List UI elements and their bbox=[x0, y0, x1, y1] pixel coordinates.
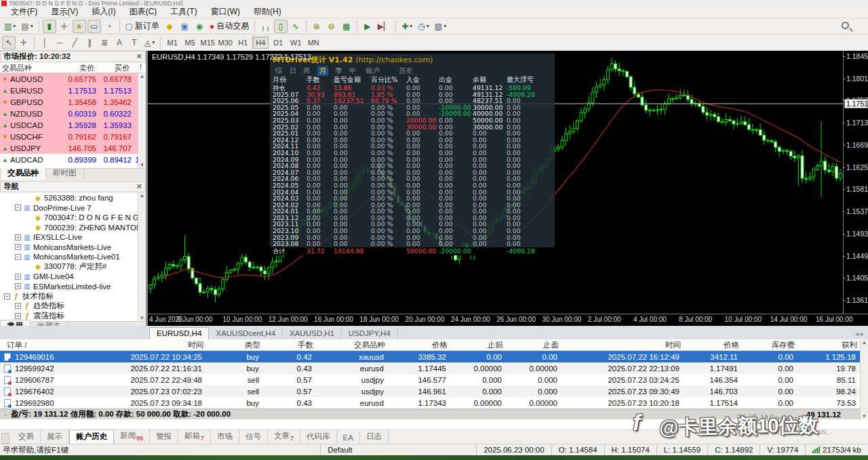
mw-col-3[interactable]: ! bbox=[132, 62, 144, 72]
market-watch-row-usdchf[interactable]: ▼USDCHF0.791620.791675 bbox=[0, 131, 146, 142]
order-row-129692980[interactable]: 1296929802025.07.23 09:34:18buy0.43eurus… bbox=[0, 397, 868, 409]
market-watch-row-usdjpy[interactable]: ▲USDJPY146.705146.7072 bbox=[0, 142, 146, 154]
collapse-icon[interactable]: − bbox=[15, 254, 21, 260]
navigator-item[interactable]: −ƒ技术指标 bbox=[0, 291, 146, 301]
chart-window[interactable]: EURUSD,H4 1.17349 1.17529 1.17272 1.1751… bbox=[148, 51, 868, 326]
navigator-item[interactable]: +ƒ震荡指标 bbox=[0, 311, 146, 321]
terminal-tab-交易[interactable]: 交易 bbox=[12, 430, 41, 444]
orders-col-0[interactable]: 订单 / bbox=[0, 339, 76, 350]
terminal-tab-EA[interactable]: EA bbox=[337, 432, 360, 444]
orders-col-1[interactable]: 时间 bbox=[76, 339, 206, 350]
mw-col-2[interactable]: 买价 bbox=[96, 62, 132, 72]
market-watch-row-eurusd[interactable]: ▲EURUSD1.175131.175130 bbox=[0, 85, 146, 96]
terminal-tab-文章[interactable]: 文章7 bbox=[268, 430, 300, 444]
expand-icon[interactable]: + bbox=[15, 244, 21, 250]
menu-v[interactable]: 显示(V) bbox=[44, 5, 85, 18]
market-watch-row-gbpusd[interactable]: ▼GBPUSD1.354581.354624 bbox=[0, 96, 146, 108]
navigator-item[interactable]: +▥GMI-Live04 bbox=[0, 272, 146, 282]
navigator-item[interactable]: +▥MohicansMarkets-Live bbox=[0, 243, 146, 253]
stats-tab-账户[interactable]: 账户 bbox=[366, 66, 380, 76]
orders-col-5[interactable]: 价格 bbox=[388, 339, 450, 350]
line-chart-type-button[interactable]: ∿ bbox=[289, 20, 302, 33]
order-row-129469016[interactable]: 1294690162025.07.22 10:34:25buy0.42xauus… bbox=[0, 351, 868, 362]
profiles-button[interactable]: ▤▾ bbox=[19, 20, 35, 33]
expand-icon[interactable]: + bbox=[15, 303, 21, 309]
arrows-tool[interactable]: ◬▾ bbox=[142, 36, 157, 49]
templates-button[interactable]: ▧▾ bbox=[433, 20, 448, 33]
stats-tab-日[interactable]: 日 bbox=[290, 66, 297, 76]
timeframe-m1[interactable]: M1 bbox=[164, 37, 180, 49]
orders-col-8[interactable]: 时间 bbox=[561, 339, 684, 350]
indicators-button[interactable]: ✚▾ bbox=[399, 20, 414, 33]
close-icon[interactable]: ✕ bbox=[136, 182, 142, 191]
navigator-item[interactable]: −▥MohicansMarkets-Live01 bbox=[0, 252, 146, 262]
close-icon[interactable]: ✕ bbox=[136, 52, 142, 61]
chart-tab-xauusdcenth4[interactable]: XAUUSDcent,H4 bbox=[209, 328, 283, 339]
market-watch-row-audcad[interactable]: ▲AUDCAD0.893990.8941213 bbox=[0, 154, 146, 165]
cursor-tool[interactable]: ↖ bbox=[2, 36, 16, 49]
vertical-line-tool[interactable]: │ bbox=[38, 36, 52, 49]
terminal-tab-信号[interactable]: 信号 bbox=[239, 430, 268, 444]
chart-tab-xauusdh1[interactable]: XAUUSD,H1 bbox=[283, 328, 342, 339]
mtdriver-stats-panel[interactable]: MTDriver统计 V1.42 (http://chaokes.com) 综日… bbox=[270, 54, 555, 253]
horizontal-line-tool[interactable]: ─ bbox=[53, 36, 66, 49]
navigator-item[interactable]: ◉7003047: D O N G F E N G bbox=[0, 213, 146, 223]
market-watch-row-audusd[interactable]: ▼AUDUSD0.657750.657783 bbox=[0, 73, 146, 85]
market-watch-toggle[interactable]: ▮ bbox=[43, 20, 56, 33]
orders-col-7[interactable]: 止盈 bbox=[506, 339, 561, 350]
data-window-button[interactable]: ✛ bbox=[58, 20, 71, 33]
timeframe-h4[interactable]: H4 bbox=[252, 37, 269, 49]
orders-col-4[interactable]: 交易品种 bbox=[316, 339, 388, 350]
terminal-tab-市场[interactable]: 市场 bbox=[211, 430, 239, 444]
navigator-item[interactable]: ◉7000239: ZHENG MANTON bbox=[0, 223, 146, 233]
new-chart-button[interactable]: ▥▾ bbox=[2, 20, 18, 33]
chart-tab-scroll-arrows[interactable]: ◂ ▸ bbox=[855, 330, 864, 337]
navigator-item[interactable]: −▥DooPrime-Live 7 bbox=[0, 203, 146, 213]
stats-tab-月[interactable]: 月 bbox=[317, 66, 329, 76]
orders-col-10[interactable]: 库存费 bbox=[742, 339, 797, 350]
market-watch-row-audchf[interactable]: ▲AUDCHF0.529700.529766 bbox=[0, 165, 146, 168]
auto-scroll-button[interactable]: ▶ bbox=[361, 20, 374, 33]
orders-col-9[interactable]: 价格 bbox=[684, 339, 742, 350]
navigator-item[interactable]: +▥ESMarketsLimited-live bbox=[0, 282, 146, 292]
terminal-tab-新闻[interactable]: 新闻99 bbox=[114, 430, 150, 444]
autotrading-toggle[interactable]: ●自动交易 bbox=[208, 20, 251, 33]
tile-windows-button[interactable]: ▦ bbox=[340, 20, 353, 33]
text-tool[interactable]: A bbox=[113, 36, 126, 49]
crosshair-tool[interactable]: ✛ bbox=[17, 36, 31, 49]
market-watch-tab-交易品种[interactable]: 交易品种 bbox=[0, 167, 46, 180]
expand-icon[interactable]: + bbox=[15, 274, 21, 280]
timeframe-m5[interactable]: M5 bbox=[182, 37, 198, 49]
expand-icon[interactable]: + bbox=[15, 234, 21, 241]
bar-chart-type-button[interactable]: ╷╷ bbox=[258, 20, 272, 33]
price-axis[interactable]: 1.184551.180151.175751.171351.166951.162… bbox=[843, 51, 868, 314]
timeframe-h1[interactable]: H1 bbox=[235, 37, 251, 49]
text-label-tool[interactable]: T bbox=[127, 36, 141, 49]
terminal-tab-日志[interactable]: 日志 bbox=[360, 430, 389, 444]
menu-i[interactable]: 插入(I) bbox=[85, 5, 122, 18]
time-axis[interactable]: 4 Jun 20256 Jun 00:0010 Jun 00:0012 Jun … bbox=[148, 314, 868, 326]
orders-col-11[interactable]: 获利 bbox=[797, 339, 860, 350]
trendline-tool[interactable]: ╱ bbox=[68, 36, 81, 49]
stats-tab-季[interactable]: 季 bbox=[335, 66, 342, 76]
menu-f[interactable]: 文件(F) bbox=[4, 5, 44, 18]
timeframe-w1[interactable]: W1 bbox=[288, 37, 304, 49]
news-globe-button[interactable]: ◉ bbox=[193, 20, 206, 33]
stats-tab-历史[interactable]: 历史 bbox=[399, 66, 413, 76]
navigator-item[interactable]: ◉3300778: 卢定邦# bbox=[0, 262, 146, 272]
mw-col-1[interactable]: 卖价 bbox=[58, 62, 96, 72]
new-order-button[interactable]: ▢新订单 bbox=[123, 20, 161, 33]
stats-tab-年[interactable]: 年 bbox=[349, 66, 357, 76]
order-row-129599242[interactable]: 1295992422025.07.22 21:16:31buy0.43eurus… bbox=[0, 362, 868, 374]
orders-col-2[interactable]: 类型 bbox=[206, 339, 263, 350]
expand-icon[interactable]: + bbox=[15, 313, 21, 319]
order-row-129676402[interactable]: 1296764022025.07.23 07:02:23sell0.57usdj… bbox=[0, 385, 868, 397]
collapse-icon[interactable]: − bbox=[15, 205, 21, 211]
stats-tab-综[interactable]: 综 bbox=[275, 66, 283, 76]
mw-col-0[interactable]: 交易品种 bbox=[0, 62, 58, 72]
timeframe-mn[interactable]: MN bbox=[305, 37, 321, 49]
order-row-129606787[interactable]: 1296067872025.07.22 22:49:48sell0.57usdj… bbox=[0, 374, 868, 385]
market-watch-row-nzdusd[interactable]: ▲NZDUSD0.603190.603223 bbox=[0, 108, 146, 119]
chart-shift-button[interactable]: ▶▏ bbox=[376, 20, 392, 33]
terminal-tab-代码库[interactable]: 代码库 bbox=[300, 430, 337, 444]
